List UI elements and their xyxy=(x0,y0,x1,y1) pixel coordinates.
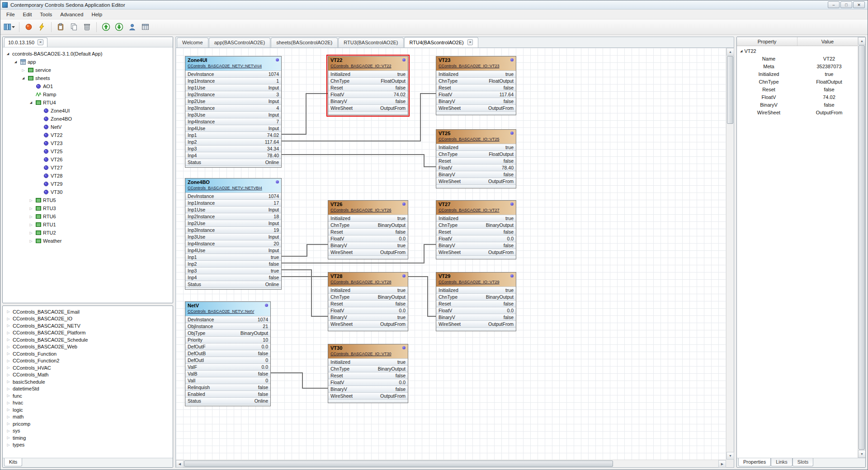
vertical-scrollbar-thumb[interactable] xyxy=(727,56,733,124)
tree-item-NetV[interactable]: NetV xyxy=(3,123,173,131)
block-VT23[interactable]: VT23CControls_BASCAO2E_IO::VT23Initializ… xyxy=(436,56,516,115)
block-type-link[interactable]: CControls_BASCAO2E_NETV::NETVAI4 xyxy=(188,64,279,68)
kit-item-hvac[interactable]: ▷hvac xyxy=(3,400,173,407)
block-header[interactable]: VT27CControls_BASCAO2E_IO::VT27 xyxy=(436,201,516,215)
tree-collapsed-arrow[interactable]: ▷ xyxy=(6,380,11,384)
kit-item-CControls_BASCAO2E_Platform[interactable]: ▷CControls_BASCAO2E_Platform xyxy=(3,329,173,337)
tree-item-VT27[interactable]: VT27 xyxy=(3,164,173,172)
tree-item-VT22[interactable]: VT22 xyxy=(3,131,173,139)
property-row-FloatV[interactable]: FloatV74.02 xyxy=(737,93,858,101)
block-header[interactable]: Zone4UICControls_BASCAO2E_NETV::NETVAI4 xyxy=(185,56,281,70)
users-button[interactable] xyxy=(126,21,138,33)
kit-item-CControls_BASCAO2E_IO[interactable]: ▷CControls_BASCAO2E_IO xyxy=(3,315,173,323)
block-slot-BinaryV[interactable]: BinaryVfalse xyxy=(436,242,516,249)
property-root-row[interactable]: ◢VT22 xyxy=(737,47,858,55)
block-VT30[interactable]: VT30CControls_BASCAO2E_IO::VT30Initializ… xyxy=(328,344,408,403)
deploy-button[interactable] xyxy=(36,21,48,33)
block-slot-DevInstance[interactable]: DevInstance1074 xyxy=(185,193,281,199)
tree-item-AO1[interactable]: AO1 xyxy=(3,82,173,90)
table-view-button[interactable] xyxy=(139,21,151,33)
block-VT29[interactable]: VT29CControls_BASCAO2E_IO::VT29Initializ… xyxy=(436,272,516,331)
tree-collapsed-arrow[interactable]: ▷ xyxy=(6,401,11,405)
tree-item-VT29[interactable]: VT29 xyxy=(3,180,173,188)
block-slot-ChnType[interactable]: ChnTypeBinaryOutput xyxy=(328,293,408,300)
block-slot-DevInstance[interactable]: DevInstance1074 xyxy=(185,316,270,323)
kit-item-logic[interactable]: ▷logic xyxy=(3,406,173,414)
block-slot-WireSheet[interactable]: WireSheetOutputFrom xyxy=(436,320,516,327)
kit-item-sys[interactable]: ▷sys xyxy=(3,428,173,435)
block-slot-Inp1[interactable]: Inp1true xyxy=(185,254,281,260)
block-VT26[interactable]: VT26CControls_BASCAO2E_IO::VT26Initializ… xyxy=(328,200,408,259)
tree-collapsed-arrow[interactable]: ▷ xyxy=(6,338,11,342)
tree-item-VT23[interactable]: VT23 xyxy=(3,139,173,147)
property-row-WireSheet[interactable]: WireSheetOutputFrom xyxy=(737,108,858,116)
tree-item-RTU1[interactable]: ▷RTU1 xyxy=(3,221,173,229)
kit-item-math[interactable]: ▷math xyxy=(3,414,173,421)
tree-collapsed-arrow[interactable]: ▷ xyxy=(28,223,33,227)
wiresheet-canvas[interactable]: Zone4UICControls_BASCAO2E_NETV::NETVAI4D… xyxy=(176,48,726,460)
block-slot-Priority[interactable]: Priority10 xyxy=(185,336,270,343)
block-slot-Initialized[interactable]: Initializedtrue xyxy=(328,287,408,293)
tree-collapsed-arrow[interactable]: ▷ xyxy=(6,366,11,370)
block-header[interactable]: VT26CControls_BASCAO2E_IO::VT26 xyxy=(328,201,408,215)
copy-button[interactable] xyxy=(68,21,80,33)
block-slot-Reset[interactable]: Resetfalse xyxy=(436,228,516,235)
dropdown-caret-icon[interactable] xyxy=(11,23,15,31)
block-slot-ChnType[interactable]: ChnTypeFloatOutput xyxy=(328,77,408,84)
property-row-Name[interactable]: NameVT22 xyxy=(737,55,858,62)
block-header[interactable]: NetVCControls_BASCAO2E_NETV::NetV xyxy=(185,302,270,316)
block-slot-Inp1Use[interactable]: Inp1UseInput xyxy=(185,206,281,213)
horizontal-scrollbar-thumb[interactable] xyxy=(184,461,613,467)
block-slot-Inp3Instance[interactable]: Inp3Instance4 xyxy=(185,104,281,111)
block-VT27[interactable]: VT27CControls_BASCAO2E_IO::VT27Initializ… xyxy=(436,200,516,259)
tree-collapsed-arrow[interactable]: ▷ xyxy=(6,408,11,412)
scroll-up-button[interactable]: ▲ xyxy=(726,48,734,56)
block-slot-Inp3Instance[interactable]: Inp3Instance19 xyxy=(185,226,281,233)
block-slot-FloatV[interactable]: FloatV74.02 xyxy=(328,91,408,98)
scroll-down-button[interactable]: ▼ xyxy=(726,452,734,460)
block-slot-Reset[interactable]: Resetfalse xyxy=(328,300,408,307)
block-slot-ChnType[interactable]: ChnTypeFloatOutput xyxy=(436,150,516,157)
properties-scrollbar[interactable]: ▲ ▼ xyxy=(858,37,865,458)
block-slot-Initialized[interactable]: Initializedtrue xyxy=(436,215,516,221)
wire-NetV.ValB-to-VT30.BinaryV[interactable] xyxy=(271,373,328,388)
block-slot-ObjInstance[interactable]: ObjInstance21 xyxy=(185,323,270,329)
tree-item-RTU5[interactable]: ▷RTU5 xyxy=(3,196,173,204)
tree-collapsed-arrow[interactable]: ▷ xyxy=(28,239,33,243)
editor-tab-sheets-BAScontrolAO2E-[interactable]: sheets(BAScontrolAO2E) xyxy=(271,38,338,47)
block-NetV[interactable]: NetVCControls_BASCAO2E_NETV::NetVDevInst… xyxy=(185,301,271,406)
block-slot-Initialized[interactable]: Initializedtrue xyxy=(328,215,408,221)
block-type-link[interactable]: CControls_BASCAO2E_IO::VT23 xyxy=(439,64,514,68)
block-slot-Reset[interactable]: Resetfalse xyxy=(436,300,516,307)
tree-collapsed-arrow[interactable]: ▷ xyxy=(6,387,11,391)
block-header[interactable]: Zone4BOCControls_BASCAO2E_NETV::NETVBI4 xyxy=(185,179,281,193)
block-slot-WireSheet[interactable]: WireSheetOutputFrom xyxy=(328,249,408,255)
maximize-button[interactable]: □ xyxy=(840,1,852,8)
tree-expanded-arrow[interactable]: ◢ xyxy=(28,101,33,104)
block-header[interactable]: VT28CControls_BASCAO2E_IO::VT28 xyxy=(328,273,408,287)
kit-item-CControls_Function2[interactable]: ▷CControls_Function2 xyxy=(3,357,173,365)
block-type-link[interactable]: CControls_BASCAO2E_IO::VT28 xyxy=(330,280,406,284)
kit-item-CControls_Math[interactable]: ▷CControls_Math xyxy=(3,371,173,379)
tree-item-RTU2[interactable]: ▷RTU2 xyxy=(3,229,173,237)
block-slot-Reset[interactable]: Resetfalse xyxy=(328,84,408,91)
tree-panel-close-icon[interactable]: ✕ xyxy=(38,39,43,45)
property-row-Initialized[interactable]: Initializedtrue xyxy=(737,70,858,78)
block-VT22[interactable]: VT22CControls_BASCAO2E_IO::VT22Initializ… xyxy=(328,56,408,115)
paste-button[interactable] xyxy=(55,21,67,33)
kit-item-pricomp[interactable]: ▷pricomp xyxy=(3,420,173,428)
block-slot-Inp3Use[interactable]: Inp3UseInput xyxy=(185,233,281,240)
block-slot-Inp2[interactable]: Inp2117.64 xyxy=(185,138,281,145)
block-slot-ChnType[interactable]: ChnTypeBinaryOutput xyxy=(436,293,516,300)
tree-collapsed-arrow[interactable]: ▷ xyxy=(6,345,11,349)
tree-item-RTU6[interactable]: ▷RTU6 xyxy=(3,212,173,221)
block-slot-WireSheet[interactable]: WireSheetOutputFrom xyxy=(436,104,516,111)
block-slot-Status[interactable]: StatusOnline xyxy=(185,159,281,165)
block-slot-BinaryV[interactable]: BinaryVfalse xyxy=(328,98,408,104)
kit-item-CControls_BASCAO2E_NETV[interactable]: ▷CControls_BASCAO2E_NETV xyxy=(3,322,173,329)
editor-tab-RTU3-BAScontrolAO2E-[interactable]: RTU3(BAScontrolAO2E) xyxy=(338,38,403,47)
kit-item-CControls_BASCAO2E_Web[interactable]: ▷CControls_BASCAO2E_Web xyxy=(3,343,173,351)
tree-item-ccontrols-BASCAO2E-3.1.0-Default-App-[interactable]: ◢ccontrols-BASCAO2E-3.1.0(Default App) xyxy=(3,50,173,58)
block-header[interactable]: VT29CControls_BASCAO2E_IO::VT29 xyxy=(436,273,516,287)
kits-panel-tab[interactable]: Kits xyxy=(4,458,22,466)
